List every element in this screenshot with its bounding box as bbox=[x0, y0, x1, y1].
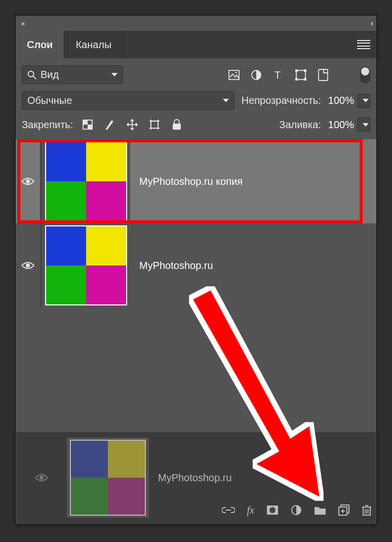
layer-filter-dropdown[interactable]: Вид bbox=[22, 65, 123, 84]
svg-point-23 bbox=[26, 179, 30, 183]
tab-channels[interactable]: Каналы bbox=[64, 31, 123, 58]
adjustment-icon[interactable] bbox=[291, 505, 302, 516]
lock-all-icon[interactable] bbox=[169, 117, 184, 132]
svg-point-3 bbox=[236, 71, 237, 73]
fx-icon[interactable]: fx bbox=[247, 505, 254, 516]
layer-name[interactable]: MyPhotoshop.ru копия bbox=[130, 176, 243, 187]
svg-rect-7 bbox=[295, 69, 298, 72]
visibility-toggle[interactable] bbox=[16, 473, 67, 482]
svg-point-25 bbox=[40, 476, 44, 480]
panel-tabs: Слои Каналы bbox=[16, 31, 376, 58]
svg-rect-9 bbox=[295, 78, 298, 81]
new-layer-icon[interactable] bbox=[338, 505, 349, 516]
lock-label: Закрепить: bbox=[22, 119, 73, 131]
blend-mode-dropdown[interactable]: Обычные bbox=[22, 91, 234, 110]
svg-rect-10 bbox=[304, 78, 306, 81]
chevron-down-icon bbox=[111, 73, 117, 76]
eye-icon bbox=[21, 177, 34, 186]
panel-menu-icon[interactable] bbox=[357, 40, 370, 49]
opacity-value: 100% bbox=[328, 95, 354, 106]
filter-adjust-icon[interactable] bbox=[249, 67, 264, 83]
trash-icon[interactable] bbox=[362, 504, 372, 516]
filter-toggle[interactable] bbox=[360, 66, 370, 84]
opacity-input[interactable]: 100% bbox=[328, 94, 370, 108]
layer-thumbnail bbox=[67, 438, 149, 518]
search-icon bbox=[27, 70, 36, 80]
tab-layers[interactable]: Слои bbox=[16, 31, 64, 58]
chevron-down-icon bbox=[363, 99, 369, 102]
collapse-panel-icon[interactable]: ‹‹ bbox=[371, 19, 371, 27]
panel-footer: MyPhotoshop.ru fx bbox=[16, 432, 376, 523]
layer-thumbnail[interactable] bbox=[42, 223, 130, 307]
layer-row[interactable]: MyPhotoshop.ru bbox=[16, 223, 376, 307]
layers-list: MyPhotoshop.ru копия MyPhotoshop.ru bbox=[16, 139, 376, 307]
layer-thumbnail[interactable] bbox=[42, 139, 130, 223]
lock-move-icon[interactable] bbox=[125, 117, 140, 132]
group-icon[interactable] bbox=[314, 505, 326, 515]
layer-name[interactable]: MyPhotoshop.ru bbox=[130, 260, 213, 272]
svg-rect-17 bbox=[151, 121, 158, 128]
chevron-down-icon bbox=[363, 123, 369, 127]
chevron-down-icon bbox=[223, 99, 229, 102]
eye-icon bbox=[21, 261, 34, 270]
svg-rect-13 bbox=[83, 120, 88, 125]
layers-panel: × ‹‹ Слои Каналы Вид T bbox=[15, 15, 377, 524]
filter-type-icon[interactable]: T bbox=[271, 67, 286, 83]
svg-point-27 bbox=[269, 507, 276, 513]
lock-pixels-icon[interactable] bbox=[80, 117, 95, 132]
fill-value: 100% bbox=[328, 119, 354, 131]
close-panel-icon[interactable]: × bbox=[21, 19, 25, 28]
mask-icon[interactable] bbox=[266, 505, 279, 515]
filter-shape-icon[interactable] bbox=[293, 67, 308, 83]
svg-text:T: T bbox=[275, 69, 281, 81]
lock-artboard-icon[interactable] bbox=[147, 117, 162, 132]
lock-brush-icon[interactable] bbox=[102, 117, 117, 132]
eye-icon bbox=[35, 473, 48, 482]
svg-point-24 bbox=[26, 263, 30, 267]
visibility-toggle[interactable] bbox=[16, 177, 40, 186]
svg-rect-22 bbox=[173, 124, 181, 130]
svg-line-1 bbox=[33, 76, 36, 79]
panel-titlebar: × ‹‹ bbox=[16, 16, 376, 31]
filter-label: Вид bbox=[41, 69, 59, 81]
fill-input[interactable]: 100% bbox=[328, 118, 370, 132]
layer-row[interactable]: MyPhotoshop.ru копия bbox=[16, 139, 376, 223]
filter-smart-icon[interactable] bbox=[316, 67, 331, 83]
blend-mode-value: Обычные bbox=[27, 95, 72, 106]
footer-layer-name: MyPhotoshop.ru bbox=[149, 472, 232, 484]
svg-rect-14 bbox=[88, 125, 92, 129]
opacity-label: Непрозрачность: bbox=[242, 95, 321, 106]
svg-rect-11 bbox=[319, 69, 328, 81]
fill-label: Заливка: bbox=[279, 119, 321, 131]
svg-rect-2 bbox=[229, 70, 239, 80]
svg-rect-8 bbox=[304, 69, 306, 72]
filter-image-icon[interactable] bbox=[226, 67, 242, 83]
link-layers-icon[interactable] bbox=[222, 506, 235, 514]
layer-actions: fx bbox=[222, 504, 372, 516]
visibility-toggle[interactable] bbox=[16, 261, 40, 270]
svg-point-0 bbox=[28, 71, 34, 76]
panel-body: Вид T Обычные Непрозрачность: 100% bbox=[16, 58, 376, 132]
